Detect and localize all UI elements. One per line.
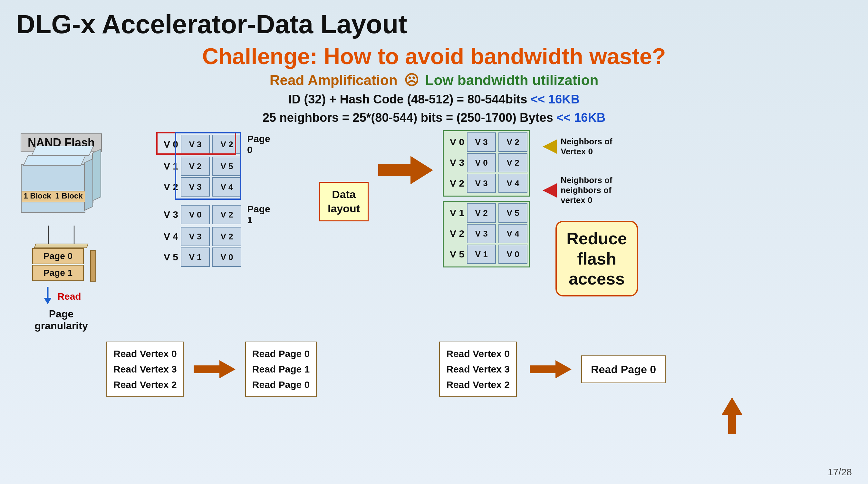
low-bw-label: Low bandwidth utilization — [425, 72, 599, 88]
read-vertex-3: Read Vertex 3 — [114, 362, 177, 377]
data-layout-box: Datalayout — [319, 182, 369, 221]
read-page-0-final: Read Page 0 — [581, 356, 666, 383]
top-green-group: V 0 V 3 V 2 V 3 V 0 V 2 V 2 V 3 V 4 — [443, 130, 530, 196]
main-title: DLG-x Accelerator-Data Layout — [0, 0, 868, 42]
legend-section: Neighbors of Vertex 0 Neighbors ofneighb… — [542, 137, 638, 297]
challenge-title: Challenge: How to avoid bandwidth waste? — [0, 42, 868, 72]
v4-cell1: V 3 — [181, 227, 210, 246]
read-vertex-2-r: Read Vertex 2 — [446, 377, 510, 392]
v1-cell1: V 2 — [181, 157, 210, 176]
after-v2-row-bot: V 2 V 3 V 4 — [445, 224, 527, 243]
read-vertex-3-r: Read Vertex 3 — [446, 362, 510, 377]
read-page-1-a: Read Page 1 — [252, 362, 310, 377]
table-row-v2: V 2 V 3 V 4 — [159, 177, 273, 196]
v4-label: V 4 — [159, 231, 178, 242]
legend-item-1: Neighbors of Vertex 0 — [542, 137, 638, 157]
nand-section: NAND Flash 1 Block 1 Block — [10, 133, 113, 332]
read-amp-label: Read Amplification — [270, 72, 398, 88]
block-label-2: 1 Block — [53, 190, 85, 201]
read-page-0-a: Read Page 0 — [252, 346, 310, 362]
v5-cell1: V 1 — [181, 247, 210, 267]
page-number: 17/28 — [828, 466, 852, 478]
v2-cell1: V 3 — [181, 177, 210, 196]
table-row-v4: V 4 V 3 V 2 — [159, 227, 273, 246]
v5-cell2: V 0 — [212, 247, 241, 267]
v5-label: V 5 — [159, 252, 178, 263]
v2-label: V 2 — [159, 181, 178, 192]
after-v5-row: V 5 V 1 V 0 — [445, 245, 527, 264]
v3-label: V 3 — [159, 209, 178, 220]
read-page-0-b: Read Page 0 — [252, 377, 310, 392]
page-1-box: Page 1 — [32, 265, 84, 281]
table-row-v3: V 3 V 0 V 2 Page 1 — [159, 204, 273, 225]
svg-marker-6 — [44, 298, 52, 304]
table-row-v1: V 1 V 2 V 5 — [159, 157, 273, 176]
read-vertex-0-r: Read Vertex 0 — [446, 346, 510, 362]
subtitle-row: Read Amplification ☹ Low bandwidth utili… — [0, 72, 868, 90]
reduce-flash-box: Reduce flash access — [555, 221, 638, 297]
table-row-v0: V 0 V 3 V 2 Page 0 — [159, 133, 273, 155]
read-vertex-0: Read Vertex 0 — [114, 346, 177, 362]
info-text: ID (32) + Hash Code (48-512) = 80-544bit… — [0, 90, 868, 130]
page-0-box: Page 0 — [32, 248, 84, 264]
sad-face-icon: ☹ — [404, 72, 419, 88]
block-label-1: 1 Block — [22, 190, 53, 201]
red-arrow-icon — [542, 183, 557, 198]
info-line-2: 25 neighbors = 25*(80-544) bits = (250-1… — [0, 109, 868, 127]
read-vertex-box-right: Read Vertex 0 Read Vertex 3 Read Vertex … — [439, 341, 517, 397]
info-line-1: ID (32) + Hash Code (48-512) = 80-544bit… — [0, 90, 868, 109]
v0-label: V 0 — [159, 139, 178, 150]
legend-item-2: Neighbors ofneighbors of vertex 0 — [542, 175, 638, 205]
read-vertex-box-left: Read Vertex 0 Read Vertex 3 Read Vertex … — [106, 341, 184, 397]
v4-cell2: V 2 — [212, 227, 241, 246]
v1-label: V 1 — [159, 161, 178, 172]
right-section: V 0 V 3 V 2 V 3 V 0 V 2 V 2 V 3 V 4 — [443, 130, 629, 297]
after-tables: V 0 V 3 V 2 V 3 V 0 V 2 V 2 V 3 V 4 — [443, 130, 530, 297]
read-vertex-2: Read Vertex 2 — [114, 377, 177, 392]
v1-cell2: V 5 — [212, 157, 241, 176]
v3-cell1: V 0 — [181, 205, 210, 224]
data-layout-arrow — [378, 156, 433, 184]
content-area: NAND Flash 1 Block 1 Block — [0, 130, 868, 332]
read-page-0-final-text: Read Page 0 — [591, 361, 656, 378]
bottom-arrow-2 — [530, 360, 571, 378]
yellow-arrow-icon — [542, 140, 557, 154]
table-row-v5: V 5 V 1 V 0 — [159, 247, 273, 267]
page0-side: Page 0 — [244, 133, 273, 155]
v3-cell2: V 2 — [212, 205, 241, 224]
legend-text-2: Neighbors ofneighbors of vertex 0 — [561, 175, 638, 205]
read-label: Read — [57, 291, 81, 302]
bottom-arrow-1 — [194, 360, 236, 378]
before-table-wrapper: V 0 V 3 V 2 Page 0 V 1 V 2 V 5 V 2 V 3 V… — [159, 133, 273, 268]
after-v3-row: V 3 V 0 V 2 — [445, 153, 527, 172]
legend-text-1: Neighbors of Vertex 0 — [561, 137, 638, 157]
after-v0-row: V 0 V 3 V 2 — [445, 132, 527, 152]
page1-side: Page 1 — [244, 204, 273, 225]
middle-section: V 0 V 3 V 2 Page 0 V 1 V 2 V 5 V 2 V 3 V… — [122, 130, 309, 268]
after-v1-row: V 1 V 2 V 5 — [445, 203, 527, 223]
v2-cell2: V 4 — [212, 177, 241, 196]
bottom-green-group: V 1 V 2 V 5 V 2 V 3 V 4 V 5 V 1 V 0 — [443, 201, 530, 268]
after-v2-row-top: V 2 V 3 V 4 — [445, 174, 527, 193]
after-tables-and-legend: V 0 V 3 V 2 V 3 V 0 V 2 V 2 V 3 V 4 — [443, 130, 638, 297]
read-page-box-left: Read Page 0 Read Page 1 Read Page 0 — [245, 341, 317, 397]
page-granularity: Pagegranularity — [34, 308, 88, 332]
v0-cell1: V 3 — [181, 135, 210, 154]
up-arrow-to-reduce — [722, 397, 742, 434]
bottom-section: Read Vertex 0 Read Vertex 3 Read Vertex … — [97, 335, 868, 403]
v0-cell2: V 2 — [212, 135, 241, 154]
